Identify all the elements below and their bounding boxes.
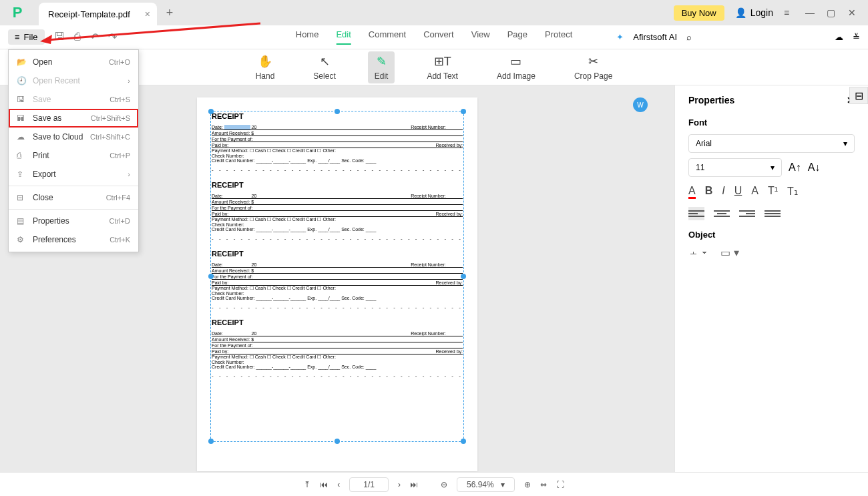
undo-icon[interactable]: ↶ <box>90 31 99 43</box>
file-menu-button[interactable]: ≡ File <box>8 29 45 45</box>
last-page-icon[interactable]: ⏭ <box>410 480 418 489</box>
close-tab-icon[interactable]: × <box>145 9 150 19</box>
pdf-page[interactable]: RECEIPT Date: __________ 20____Receipt N… <box>197 97 477 471</box>
fit-width-icon[interactable]: ⇔ <box>540 480 547 489</box>
collapse-icon[interactable]: ≚ <box>853 32 860 42</box>
chevron-down-icon: ▾ <box>501 480 505 489</box>
align-right-icon[interactable] <box>739 207 755 220</box>
ai-label[interactable]: Afirstsoft AI <box>633 32 677 42</box>
menu-save: 🖫SaveCtrl+S <box>9 90 138 109</box>
font-icon[interactable]: A <box>751 185 758 199</box>
menu-save-as[interactable]: 🖬Save asCtrl+Shift+S <box>9 109 138 128</box>
menu-icon: ≡ <box>15 32 20 42</box>
clock-icon: 🕘 <box>17 76 26 85</box>
tab-comment[interactable]: Comment <box>369 29 406 45</box>
crop-icon: ✂ <box>588 54 598 69</box>
next-page-icon[interactable]: › <box>398 480 401 489</box>
tab-convert[interactable]: Convert <box>423 29 454 45</box>
tab-edit[interactable]: Edit <box>336 29 351 45</box>
italic-icon[interactable]: I <box>722 185 724 199</box>
hand-icon: ✋ <box>258 54 272 69</box>
add-text-tool[interactable]: ⊞TAdd Text <box>420 51 464 83</box>
cloud-icon: ☁ <box>17 132 26 142</box>
search-icon[interactable]: ⌕ <box>686 32 692 42</box>
close-icon: ⊟ <box>17 193 26 202</box>
add-image-tool[interactable]: ▭Add Image <box>490 51 542 83</box>
hand-tool[interactable]: ✋Hand <box>249 51 282 83</box>
menu-open-recent[interactable]: 🕘Open Recent› <box>9 71 138 90</box>
font-color-icon[interactable]: A <box>688 185 696 199</box>
selection-outline[interactable] <box>210 111 464 442</box>
font-family-select[interactable]: Arial▾ <box>688 134 855 153</box>
tab-view[interactable]: View <box>471 29 490 45</box>
right-rail-toggle[interactable]: ⊟ <box>849 87 868 104</box>
buy-now-button[interactable]: Buy Now <box>674 5 724 21</box>
increase-font-icon[interactable]: A↑ <box>789 162 801 174</box>
menu-close[interactable]: ⊟CloseCtrl+F4 <box>9 188 138 207</box>
font-section-label: Font <box>688 117 855 128</box>
first-page-icon[interactable]: ⏮ <box>320 480 328 489</box>
maximize-icon[interactable]: ▢ <box>827 7 837 18</box>
edit-tool[interactable]: ✎Edit <box>368 51 395 83</box>
font-size-input[interactable]: 11▾ <box>688 158 782 177</box>
panel-title: Properties <box>688 95 734 105</box>
chevron-down-icon: ▾ <box>843 139 847 148</box>
menu-export[interactable]: ⇪Export› <box>9 165 138 184</box>
image-icon: ▭ <box>510 54 521 69</box>
gear-icon: ⚙ <box>17 235 26 244</box>
save-as-icon: 🖬 <box>17 113 26 123</box>
chevron-down-icon: ▾ <box>771 163 775 172</box>
chevron-right-icon: › <box>128 170 130 178</box>
superscript-icon[interactable]: T¹ <box>768 185 778 199</box>
menu-bar: ≡ File 🖫 ⎙ ↶ ↷ Home Edit Comment Convert… <box>0 25 868 49</box>
zoom-in-icon[interactable]: ⊕ <box>524 480 531 489</box>
new-tab-button[interactable]: + <box>166 6 174 20</box>
zoom-field[interactable]: 56.94%▾ <box>457 477 515 492</box>
subscript-icon[interactable]: T₁ <box>787 185 798 199</box>
cloud-icon[interactable]: ☁ <box>835 32 843 42</box>
minimize-icon[interactable]: — <box>805 7 816 18</box>
login-button[interactable]: 👤 Login <box>735 7 773 18</box>
cursor-icon: ↖ <box>320 54 330 69</box>
tab-page[interactable]: Page <box>507 29 527 45</box>
text-icon: ⊞T <box>434 54 451 69</box>
menu-save-cloud[interactable]: ☁Save to CloudCtrl+Shift+C <box>9 128 138 146</box>
edit-icon: ✎ <box>377 54 387 69</box>
object-section-label: Object <box>688 230 855 240</box>
tab-home[interactable]: Home <box>296 29 319 45</box>
status-bar: ⤒ ⏮ ‹ 1/1 › ⏭ ⊖ 56.94%▾ ⊕ ⇔ ⛶ <box>0 472 868 496</box>
fit-page-icon[interactable]: ⛶ <box>556 480 564 489</box>
page-number-field[interactable]: 1/1 <box>349 477 389 492</box>
align-justify-icon[interactable] <box>765 207 781 220</box>
distribute-icon[interactable]: ▭ ▾ <box>720 246 738 259</box>
align-left-icon[interactable] <box>688 207 704 220</box>
save-icon[interactable]: 🖫 <box>54 31 65 43</box>
menu-preferences[interactable]: ⚙PreferencesCtrl+K <box>9 230 138 249</box>
tab-title: Receipt-Template.pdf <box>48 9 130 19</box>
menu-properties[interactable]: ▤PropertiesCtrl+D <box>9 212 138 230</box>
user-icon: 👤 <box>735 7 746 18</box>
print-icon[interactable]: ⎙ <box>74 31 81 43</box>
word-export-badge[interactable]: W <box>633 97 648 112</box>
align-center-icon[interactable] <box>714 207 730 220</box>
tab-protect[interactable]: Protect <box>545 29 572 45</box>
decrease-font-icon[interactable]: A↓ <box>808 162 821 174</box>
zoom-out-icon[interactable]: ⊖ <box>441 480 447 489</box>
prev-page-icon[interactable]: ‹ <box>337 480 340 489</box>
scroll-top-icon[interactable]: ⤒ <box>304 480 310 489</box>
document-tab[interactable]: Receipt-Template.pdf × <box>39 3 157 25</box>
select-tool[interactable]: ↖Select <box>306 51 342 83</box>
crop-tool[interactable]: ✂Crop Page <box>568 51 619 83</box>
hamburger-icon[interactable]: ≡ <box>784 7 795 18</box>
properties-icon: ▤ <box>17 216 26 226</box>
file-dropdown-menu: 📂OpenCtrl+O 🕘Open Recent› 🖫SaveCtrl+S 🖬S… <box>8 49 139 252</box>
bold-icon[interactable]: B <box>705 185 713 199</box>
redo-icon[interactable]: ↷ <box>108 31 117 43</box>
menu-open[interactable]: 📂OpenCtrl+O <box>9 53 138 71</box>
underline-icon[interactable]: U <box>734 185 742 199</box>
save-icon: 🖫 <box>17 95 26 104</box>
close-window-icon[interactable]: ✕ <box>848 7 859 18</box>
titlebar: P Receipt-Template.pdf × + Buy Now 👤 Log… <box>0 0 868 25</box>
menu-print[interactable]: ⎙PrintCtrl+P <box>9 146 138 165</box>
align-objects-icon[interactable]: ⫠ ▾ <box>688 246 707 259</box>
